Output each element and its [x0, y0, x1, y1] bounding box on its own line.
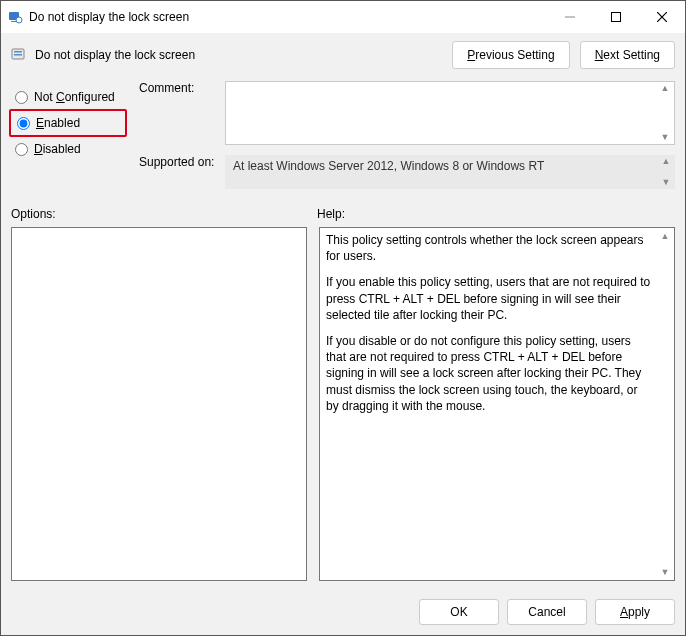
help-paragraph: This policy setting controls whether the…: [326, 232, 652, 264]
svg-rect-9: [14, 54, 22, 56]
scroll-up-icon[interactable]: ▲: [661, 82, 670, 95]
radio-disabled-input[interactable]: [15, 143, 28, 156]
policy-title: Do not display the lock screen: [35, 48, 442, 62]
options-label: Options:: [11, 207, 317, 221]
radio-disabled[interactable]: Disabled: [11, 137, 139, 161]
minimize-button[interactable]: [547, 1, 593, 33]
next-setting-button[interactable]: Next Setting: [580, 41, 675, 69]
scroll-up-icon[interactable]: ▲: [662, 155, 671, 168]
radio-not-configured-input[interactable]: [15, 91, 28, 104]
maximize-button[interactable]: [593, 1, 639, 33]
window-title: Do not display the lock screen: [29, 10, 547, 24]
policy-icon: [11, 47, 27, 63]
help-paragraph: If you disable or do not configure this …: [326, 333, 652, 414]
header-row: Do not display the lock screen Previous …: [11, 41, 675, 69]
radio-not-configured[interactable]: Not Configured: [11, 85, 139, 109]
radio-enabled-input[interactable]: [17, 117, 30, 130]
scroll-up-icon[interactable]: ▲: [661, 228, 670, 244]
previous-setting-button[interactable]: Previous Setting: [452, 41, 569, 69]
cancel-button[interactable]: Cancel: [507, 599, 587, 625]
close-button[interactable]: [639, 1, 685, 33]
enabled-highlight: Enabled: [9, 109, 127, 137]
dialog-button-row: OK Cancel Apply: [1, 591, 685, 635]
comment-label: Comment:: [139, 81, 225, 105]
svg-rect-8: [14, 51, 22, 53]
app-icon: [7, 9, 23, 25]
svg-point-2: [16, 17, 22, 23]
supported-label: Supported on:: [139, 155, 225, 179]
title-bar: Do not display the lock screen: [1, 1, 685, 33]
options-panel: [11, 227, 307, 581]
state-radio-group: Not Configured Enabled Disabled: [11, 81, 139, 189]
help-panel: This policy setting controls whether the…: [319, 227, 675, 581]
apply-button[interactable]: Apply: [595, 599, 675, 625]
scroll-down-icon[interactable]: ▼: [662, 176, 671, 189]
svg-rect-4: [612, 13, 621, 22]
help-paragraph: If you enable this policy setting, users…: [326, 274, 652, 323]
scroll-down-icon[interactable]: ▼: [661, 131, 670, 144]
radio-enabled[interactable]: Enabled: [13, 111, 125, 135]
help-label: Help:: [317, 207, 675, 221]
supported-on-box: At least Windows Server 2012, Windows 8 …: [225, 155, 675, 189]
supported-on-text: At least Windows Server 2012, Windows 8 …: [233, 159, 544, 173]
scroll-down-icon[interactable]: ▼: [661, 564, 670, 580]
ok-button[interactable]: OK: [419, 599, 499, 625]
comment-textarea[interactable]: ▲ ▼: [225, 81, 675, 145]
